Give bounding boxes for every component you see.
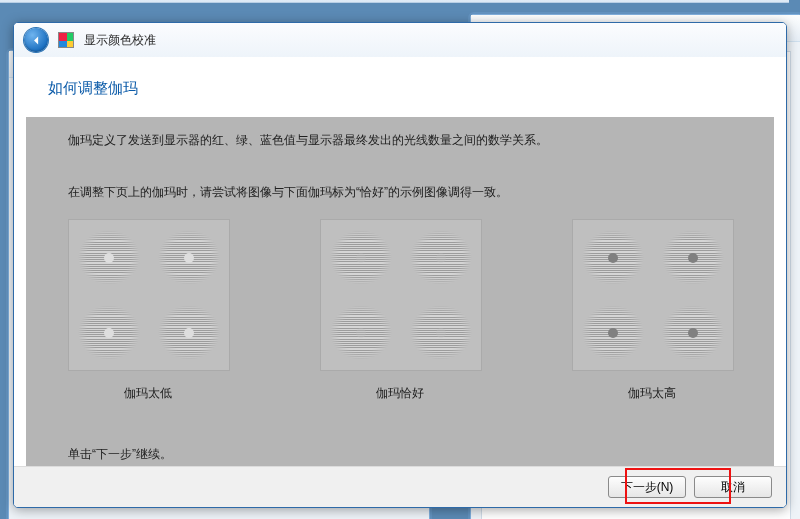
cancel-button[interactable]: 取消 bbox=[694, 476, 772, 498]
gamma-examples: 伽玛太低 伽玛恰好 bbox=[68, 219, 732, 402]
instruction-panel: 伽玛定义了发送到显示器的红、绿、蓝色值与显示器最终发出的光线数量之间的数学关系。… bbox=[26, 117, 774, 467]
sample-image-low bbox=[68, 219, 230, 371]
sample-image-high bbox=[572, 219, 734, 371]
wizard-window: 显示颜色校准 如何调整伽玛 伽玛定义了发送到显示器的红、绿、蓝色值与显示器最终发… bbox=[13, 22, 787, 508]
back-arrow-icon bbox=[30, 34, 43, 47]
example-gamma-good: 伽玛恰好 bbox=[320, 219, 480, 402]
example-gamma-low: 伽玛太低 bbox=[68, 219, 228, 402]
wizard-content: 如何调整伽玛 伽玛定义了发送到显示器的红、绿、蓝色值与显示器最终发出的光线数量之… bbox=[14, 57, 786, 467]
example-label-low: 伽玛太低 bbox=[68, 385, 228, 402]
app-icon bbox=[58, 32, 74, 48]
example-gamma-high: 伽玛太高 bbox=[572, 219, 732, 402]
page-heading: 如何调整伽玛 bbox=[48, 79, 786, 98]
continue-hint: 单击“下一步”继续。 bbox=[68, 446, 172, 463]
sample-image-good bbox=[320, 219, 482, 371]
wizard-footer: 下一步(N) 取消 bbox=[14, 466, 786, 507]
app-title: 显示颜色校准 bbox=[84, 32, 156, 49]
paragraph-gamma-definition: 伽玛定义了发送到显示器的红、绿、蓝色值与显示器最终发出的光线数量之间的数学关系。 bbox=[68, 131, 732, 149]
paragraph-adjust-instruction: 在调整下页上的伽玛时，请尝试将图像与下面伽玛标为“恰好”的示例图像调得一致。 bbox=[68, 183, 732, 201]
back-button[interactable] bbox=[24, 28, 48, 52]
window-titlebar: ✕ bbox=[0, 0, 789, 3]
next-button[interactable]: 下一步(N) bbox=[608, 476, 686, 498]
example-label-good: 伽玛恰好 bbox=[320, 385, 480, 402]
wizard-header: 显示颜色校准 bbox=[14, 23, 786, 58]
example-label-high: 伽玛太高 bbox=[572, 385, 732, 402]
